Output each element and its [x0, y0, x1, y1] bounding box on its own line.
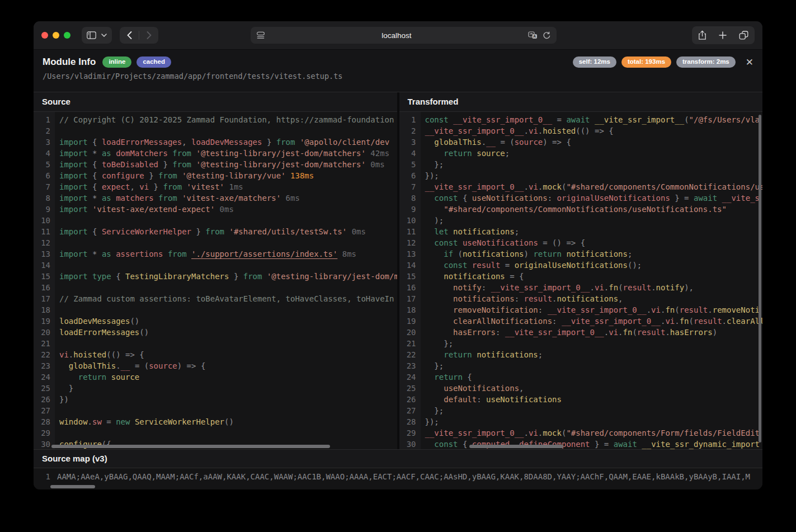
line-number: 19 — [399, 316, 421, 327]
code-token: 0ms — [366, 160, 385, 169]
code-line: 9import 'vitest-axe/extend-expect' 0ms — [34, 204, 397, 215]
back-button[interactable] — [120, 27, 139, 44]
code-token: __vite_ssr_import_0__ — [562, 317, 661, 326]
code-token: 1ms — [224, 182, 243, 191]
line-number: 29 — [34, 427, 55, 439]
new-tab-button[interactable] — [719, 31, 727, 39]
code-line: 23 globalThis.__ = (source) => { — [34, 360, 397, 371]
code-token: . — [665, 328, 670, 337]
code-token: (() => { — [576, 126, 613, 135]
code-line: 1const __vite_ssr_import_0__ = await __v… — [399, 114, 763, 125]
code-line: 19 clearAllNotifications: __vite_ssr_imp… — [399, 316, 763, 327]
code-token: matchers — [111, 194, 154, 203]
line-number: 10 — [34, 215, 55, 226]
code-token: import — [59, 171, 88, 180]
code-token: } — [144, 171, 158, 180]
code-token: notify — [656, 283, 685, 292]
line-number: 18 — [34, 304, 55, 316]
browser-window: localhost A — [34, 21, 762, 489]
line-number: 27 — [34, 405, 55, 416]
line-number: 22 — [399, 349, 421, 360]
line-number: 6 — [399, 170, 421, 181]
code-token: return — [425, 149, 472, 158]
code-line: 27 }; — [399, 405, 763, 416]
share-button[interactable] — [698, 30, 706, 40]
traffic-lights — [41, 32, 70, 39]
reload-icon[interactable] — [543, 31, 551, 40]
code-token: source — [515, 138, 543, 147]
line-number: 3 — [399, 136, 421, 148]
code-token: . — [708, 305, 712, 314]
code-token: { — [88, 171, 102, 180]
address-bar[interactable]: localhost A — [251, 27, 557, 44]
line-number: 15 — [399, 271, 421, 282]
code-token: notifications — [562, 249, 628, 258]
transformed-horizontal-scrollbar[interactable] — [469, 445, 563, 448]
code-token: default — [425, 395, 477, 404]
code-token: . — [552, 294, 557, 303]
code-token: ; — [538, 350, 543, 359]
line-number: 20 — [399, 327, 421, 338]
code-line: 14 const result = originalUseNotificatio… — [399, 260, 763, 271]
code-token: () — [139, 328, 149, 337]
line-number: 25 — [34, 383, 55, 394]
code-token: 8ms — [337, 249, 356, 258]
module-file-path: /Users/vladimir/Projects/zammad/app/fron… — [43, 72, 753, 81]
code-token: result — [467, 261, 500, 270]
line-number: 22 — [34, 349, 55, 360]
line-number: 6 — [34, 170, 55, 181]
code-token: source — [106, 373, 139, 382]
forward-button[interactable] — [139, 27, 158, 44]
code-token: hasErrors — [425, 328, 496, 337]
code-token: 6ms — [281, 194, 300, 203]
code-token: = ( — [130, 361, 149, 370]
module-link[interactable]: './support/assertions/index.ts' — [191, 249, 337, 258]
code-token: fn — [665, 305, 675, 314]
code-token: notifications — [472, 350, 538, 359]
line-number: 21 — [34, 338, 55, 349]
code-line: 7__vite_ssr_import_0__.vi.mock("#shared/… — [399, 181, 763, 192]
translate-icon[interactable]: A — [528, 31, 538, 39]
transformed-vertical-scrollbar[interactable] — [759, 115, 761, 442]
cached-badge: cached — [136, 57, 171, 68]
minimize-window-button[interactable] — [53, 32, 59, 39]
code-line: 14 — [34, 260, 397, 271]
source-horizontal-scrollbar[interactable] — [51, 445, 330, 448]
code-token: globalThis — [59, 361, 116, 370]
code-token: notifications — [425, 272, 505, 281]
toolbar-right-buttons — [692, 26, 755, 44]
reader-icon[interactable] — [256, 31, 265, 39]
code-token: { — [463, 373, 472, 382]
code-line: 21 — [34, 338, 397, 349]
browser-toolbar: localhost A — [34, 21, 762, 50]
transformed-code-view: 1const __vite_ssr_import_0__ = await __v… — [399, 112, 763, 449]
code-token: vi — [651, 305, 661, 314]
close-panel-button[interactable]: ✕ — [746, 58, 753, 67]
code-line: 24 return source — [34, 371, 397, 383]
code-token: }); — [425, 171, 439, 180]
sourcemap-horizontal-scrollbar[interactable] — [50, 485, 95, 488]
code-token: import — [59, 227, 88, 236]
code-panels: Source 1// Copyright (C) 2012-2025 Zamma… — [34, 92, 762, 449]
code-token: __vite_ssr_import_0__ — [425, 126, 524, 135]
code-line: 3 globalThis.__ = (source) => { — [399, 136, 763, 148]
code-token: vi — [609, 328, 618, 337]
code-token: domMatchers — [111, 149, 168, 158]
code-token: const — [425, 261, 468, 270]
code-token: '@testing-library/jest-dom/m — [262, 272, 397, 281]
code-token: { — [88, 227, 102, 236]
code-token: 'vitest-axe/matchers' — [177, 194, 281, 203]
code-token: ), — [684, 283, 694, 292]
code-token: : — [477, 395, 486, 404]
zoom-window-button[interactable] — [64, 32, 70, 39]
code-token: "#shared/components/CommonNotifications/… — [566, 182, 762, 191]
code-line: 19loadDevMessages() — [34, 316, 397, 327]
code-line: 2 — [34, 125, 397, 136]
code-token: from — [172, 160, 191, 169]
sidebar-toggle-button[interactable] — [82, 27, 112, 44]
line-number: 3 — [34, 136, 55, 148]
tab-overview-button[interactable] — [739, 31, 748, 40]
code-line: 5import { toBeDisabled } from '@testing-… — [34, 159, 397, 170]
close-window-button[interactable] — [41, 32, 48, 39]
sourcemap-content: AAMA;AAeA,yBAAG,QAAQ,MAAM;AACf,aAAW,KAAK… — [55, 472, 750, 489]
